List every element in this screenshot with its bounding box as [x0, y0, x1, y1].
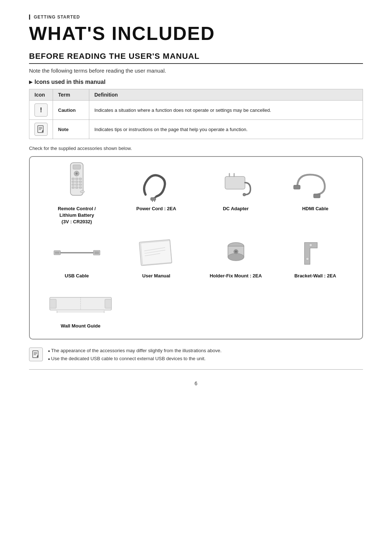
accessory-usb-cable: USB Cable [37, 233, 117, 283]
dc-adapter-label: DC Adapter [223, 206, 249, 212]
svg-point-42 [228, 253, 244, 261]
page-number: 6 [29, 381, 363, 386]
subtitle: Note the following terms before reading … [29, 68, 363, 74]
hdmi-cable-label: HDMI Cable [302, 206, 328, 212]
accessory-dc-adapter: DC Adapter [196, 166, 275, 229]
accessory-bracket-wall: Bracket-Wall : 2EA [275, 233, 355, 283]
remote-control-label: Remote Control /Lithium Battery(3V : CR2… [58, 206, 96, 225]
svg-rect-9 [75, 178, 78, 180]
accessory-remote-control: Remote Control /Lithium Battery(3V : CR2… [37, 166, 117, 229]
icons-heading: Icons used in this manual [29, 79, 363, 85]
holder-fix-mount-image [212, 236, 260, 269]
wall-mount-guide-image [44, 286, 117, 319]
caution-icon-cell: ! [29, 101, 53, 120]
note-definition: Indicates tips or instructions on the pa… [89, 120, 363, 139]
section-title: BEFORE READING THE USER'S MANUAL [29, 52, 363, 64]
note-box-icon [29, 347, 43, 361]
svg-rect-36 [140, 241, 171, 265]
svg-rect-12 [75, 181, 78, 183]
svg-rect-15 [75, 184, 78, 186]
accessory-holder-fix-mount: Holder-Fix Mount : 2EA [196, 233, 275, 283]
accessories-row-2: USB Cable User Manual [37, 233, 355, 283]
bracket-wall-image [292, 236, 339, 269]
table-header-icon: Icon [29, 89, 53, 101]
caution-icon: ! [34, 103, 48, 117]
main-title: WHAT'S INCLUDED [29, 23, 363, 44]
svg-rect-16 [79, 184, 82, 186]
note-item-1: The appearance of the accessories may di… [48, 347, 221, 355]
svg-rect-50 [105, 299, 111, 308]
caution-term: Caution [53, 101, 89, 120]
usb-cable-label: USB Cable [65, 273, 89, 279]
note-list: The appearance of the accessories may di… [48, 347, 221, 363]
svg-rect-19 [79, 187, 82, 188]
power-cord-image [133, 169, 180, 202]
accessories-row-1: Remote Control /Lithium Battery(3V : CR2… [37, 166, 355, 229]
user-manual-label: User Manual [142, 273, 170, 279]
accessories-check: Check for the supplied accessories shown… [29, 146, 363, 151]
hdmi-cable-image [292, 169, 339, 202]
note-box: The appearance of the accessories may di… [29, 347, 363, 363]
section-label: GETTING STARTED [29, 15, 363, 20]
holder-fix-mount-label: Holder-Fix Mount : 2EA [210, 273, 262, 279]
bracket-wall-label: Bracket-Wall : 2EA [294, 273, 336, 279]
note-text: The appearance of the accessories may di… [48, 347, 221, 363]
note-icon-cell [29, 120, 53, 139]
svg-rect-24 [225, 176, 245, 189]
svg-rect-14 [72, 184, 74, 186]
svg-rect-31 [55, 251, 60, 254]
wall-mount-guide-label: Wall Mount Guide [61, 323, 100, 329]
svg-rect-49 [50, 299, 56, 308]
svg-rect-34 [94, 251, 99, 254]
svg-rect-13 [79, 181, 82, 183]
note-icon [34, 123, 48, 136]
accessory-wall-mount-guide: Wall Mount Guide [44, 283, 117, 333]
caution-definition: Indicates a situation where a function d… [89, 101, 363, 120]
svg-rect-8 [72, 178, 74, 180]
svg-rect-29 [314, 194, 320, 198]
svg-rect-17 [72, 187, 74, 188]
accessory-power-cord: Power Cord : 2EA [117, 166, 196, 229]
usb-cable-image [53, 236, 101, 269]
svg-point-44 [235, 251, 237, 253]
accessory-hdmi-cable: HDMI Cable [275, 166, 355, 229]
svg-rect-28 [294, 185, 300, 189]
table-row: ! Caution Indicates a situation where a … [29, 101, 363, 120]
accessories-row-3: Wall Mount Guide [37, 283, 355, 333]
accessory-user-manual: User Manual [117, 233, 196, 283]
note-term: Note [53, 120, 89, 139]
remote-control-image [53, 169, 101, 202]
icons-table: Icon Term Definition ! Caution Indicates… [29, 89, 363, 139]
svg-rect-18 [75, 187, 78, 188]
svg-point-20 [80, 191, 85, 193]
power-cord-label: Power Cord : 2EA [136, 206, 176, 212]
table-header-term: Term [53, 89, 89, 101]
note-item-2: Use the dedicated USB cable to connect e… [48, 355, 221, 363]
svg-point-46 [309, 244, 312, 247]
svg-rect-10 [79, 178, 82, 180]
dc-adapter-image [212, 169, 260, 202]
svg-point-47 [306, 257, 309, 260]
user-manual-image [133, 236, 180, 269]
svg-point-7 [75, 172, 78, 175]
table-row: Note Indicates tips or instructions on t… [29, 120, 363, 139]
accessories-box: Remote Control /Lithium Battery(3V : CR2… [29, 156, 363, 339]
svg-rect-5 [73, 165, 81, 169]
svg-rect-21 [151, 198, 156, 200]
bottom-divider [29, 369, 363, 370]
svg-rect-11 [72, 181, 74, 183]
table-header-definition: Definition [89, 89, 363, 101]
svg-point-27 [243, 193, 246, 196]
